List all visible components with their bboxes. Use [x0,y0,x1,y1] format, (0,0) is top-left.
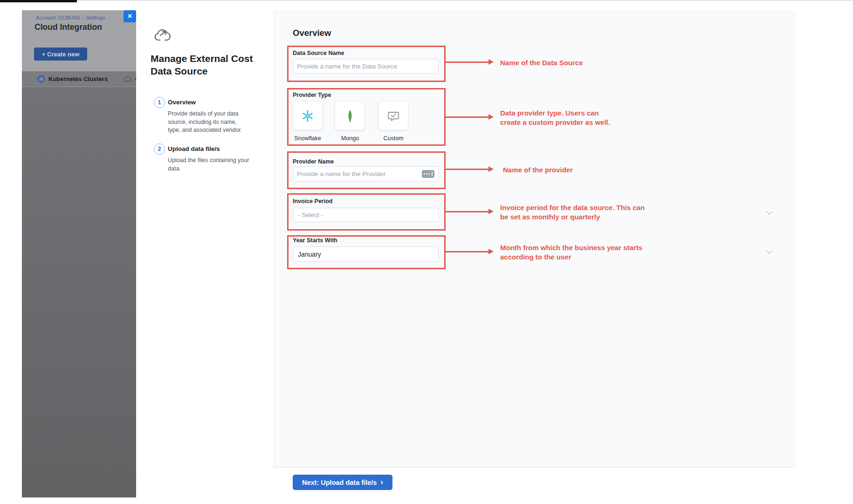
year-starts-with-label: Year Starts With [293,237,337,244]
annotation-arrow-icon [446,251,488,252]
drawer-left-panel: Manage External Cost Data Source 1 Overv… [136,10,274,497]
provider-type-label: Provider Type [293,92,331,98]
breadcrumb-settings[interactable]: Settings [86,15,105,20]
annotation-arrow-icon [446,169,488,170]
screenshot-canvas: Account: CCM-NG›Settings Cloud Integrati… [0,0,853,504]
annotation-arrow-icon [446,116,488,118]
provider-option-label: Custom [383,135,403,142]
create-new-button[interactable]: + Create new [34,48,87,61]
provider-card-custom[interactable] [378,102,408,130]
breadcrumb[interactable]: Account: CCM-NG›Settings [36,15,105,20]
chevron-right-icon: › [380,478,383,486]
mongo-leaf-icon [346,109,354,123]
drawer-footer: Next: Upload data file/s › [274,467,796,497]
chevron-down-icon[interactable] [766,248,772,254]
year-starts-with-value: January [298,251,321,258]
data-source-name-field [293,59,439,74]
overview-form: Overview Data Source Name Provider Type [274,10,796,467]
window-chrome-bar [0,0,77,2]
cloud-icon [124,76,132,82]
step-1-indicator: 1 [154,97,165,108]
provider-card-mongo[interactable] [335,102,365,130]
year-starts-with-select[interactable]: January [293,246,439,262]
snowflake-icon [301,109,314,123]
tab-kubernetes-clusters[interactable]: Kubernetes Clusters [37,71,108,87]
annotation-text: Month from which the business year start… [500,243,677,261]
page-tab-bar: Kubernetes Clusters C [22,71,136,87]
close-icon[interactable]: ✕ [124,10,136,22]
step-2-indicator: 2 [154,143,165,155]
step-1-label[interactable]: Overview [168,99,196,106]
annotation-text: Name of the provider [503,165,680,175]
data-source-name-label: Data Source Name [293,50,344,56]
tab-cloud-partial[interactable]: C [124,71,136,87]
step-2-description: Upload the files containing your data. [168,157,251,173]
drawer-title: Manage External Cost Data Source [151,52,265,77]
invoice-period-select[interactable]: - Select - [293,208,439,222]
breadcrumb-account[interactable]: Account: CCM-NG [36,15,80,20]
kubernetes-icon [37,75,45,83]
provider-card-snowflake[interactable] [293,102,322,130]
next-button-label: Next: Upload data file/s [302,479,377,486]
page-body-dimmed [22,87,136,497]
top-divider [77,0,853,1]
step-2-label[interactable]: Upload data file/s [168,145,220,152]
tab-label: Kubernetes Clusters [48,75,108,82]
cloud-upload-icon [154,28,171,43]
custom-provider-icon [387,110,399,122]
page-header: Account: CCM-NG›Settings Cloud Integrati… [22,10,136,71]
provider-option-label: Snowflake [294,135,321,142]
provider-name-input[interactable] [297,170,422,177]
manage-data-source-drawer: Manage External Cost Data Source 1 Overv… [136,10,796,497]
provider-name-label: Provider Name [293,158,334,165]
runtime-input-ellipsis-icon[interactable] [422,170,434,178]
data-source-name-input[interactable] [297,63,434,70]
breadcrumb-separator-icon: › [82,15,84,20]
annotation-arrow-icon [446,61,488,63]
form-heading: Overview [293,28,331,38]
chevron-down-icon[interactable] [766,209,772,215]
annotation-arrow-icon [446,211,488,212]
annotation-text: Data provider type. Users can create a c… [500,109,677,127]
annotation-text: Name of the Data Source [500,58,677,68]
provider-name-field [293,166,439,182]
dimmed-background-page: Account: CCM-NG›Settings Cloud Integrati… [22,10,136,497]
page-title: Cloud Integration [34,22,102,32]
provider-option-label: Mongo [341,135,359,142]
invoice-period-value: - Select - [298,211,323,218]
step-1-description: Provide details of your data source, inc… [168,110,251,135]
next-upload-data-files-button[interactable]: Next: Upload data file/s › [293,475,392,490]
annotation-text: Invoice period for the data source. This… [500,203,677,221]
invoice-period-label: Invoice Period [293,198,332,204]
